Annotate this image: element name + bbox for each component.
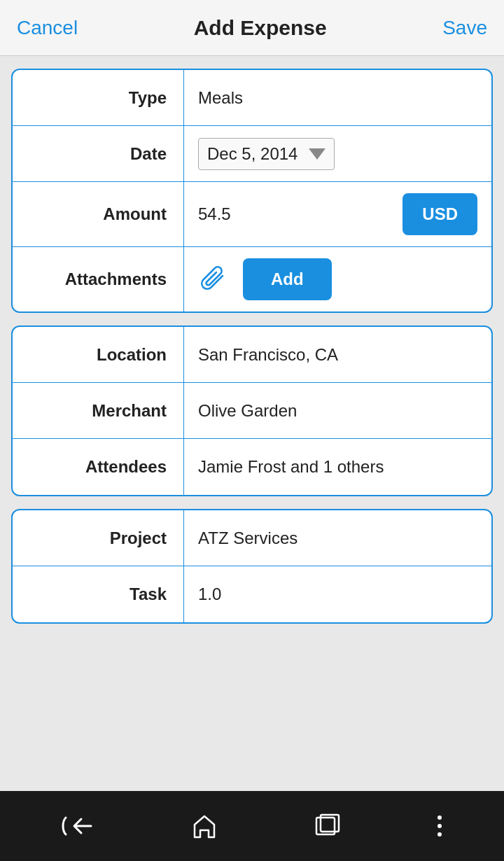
type-label: Type [13,70,184,125]
recent-apps-button[interactable] [312,811,343,841]
attendees-value[interactable]: Jamie Frost and 1 others [184,446,491,488]
merchant-value[interactable]: Olive Garden [184,390,491,432]
amount-text: 54.5 [198,204,231,224]
task-row: Task 1.0 [13,566,491,622]
merchant-row: Merchant Olive Garden [13,383,491,439]
type-row: Type Meals [13,70,491,126]
attendees-row: Attendees Jamie Frost and 1 others [13,439,491,495]
amount-label: Amount [13,182,184,246]
date-value[interactable]: Dec 5, 2014 [184,127,491,181]
bottom-navigation [0,791,504,861]
project-value[interactable]: ATZ Services [184,517,491,559]
save-button[interactable]: Save [442,17,487,39]
amount-value[interactable]: 54.5 USD [184,182,491,246]
project-row: Project ATZ Services [13,510,491,566]
main-content: Type Meals Date Dec 5, 2014 Amount 54.5 … [0,56,504,791]
merchant-label: Merchant [13,383,184,438]
date-row: Date Dec 5, 2014 [13,126,491,182]
home-button[interactable] [189,811,220,841]
page-title: Add Expense [194,16,327,40]
attachments-value: Add [184,247,491,312]
date-text: Dec 5, 2014 [207,144,298,164]
more-options-button[interactable] [435,811,444,841]
back-button[interactable] [60,813,97,839]
location-row: Location San Francisco, CA [13,327,491,383]
svg-point-3 [438,824,442,828]
date-dropdown-icon [309,148,326,160]
cancel-button[interactable]: Cancel [17,17,78,39]
paperclip-icon [198,264,229,295]
attachments-row: Attachments Add [13,247,491,312]
svg-point-2 [438,816,442,820]
location-value[interactable]: San Francisco, CA [184,334,491,376]
svg-point-4 [438,832,442,836]
currency-button[interactable]: USD [402,193,477,235]
date-input[interactable]: Dec 5, 2014 [198,138,335,170]
amount-row: Amount 54.5 USD [13,182,491,247]
add-attachment-button[interactable]: Add [243,258,332,300]
app-header: Cancel Add Expense Save [0,0,504,56]
project-details-card: Project ATZ Services Task 1.0 [11,509,493,624]
task-value[interactable]: 1.0 [184,573,491,615]
project-label: Project [13,510,184,566]
location-label: Location [13,327,184,382]
attachments-label: Attachments [13,247,184,312]
expense-details-card: Type Meals Date Dec 5, 2014 Amount 54.5 … [11,69,493,313]
location-details-card: Location San Francisco, CA Merchant Oliv… [11,326,493,496]
type-value[interactable]: Meals [184,77,491,119]
attendees-label: Attendees [13,439,184,495]
task-label: Task [13,566,184,622]
date-label: Date [13,126,184,181]
